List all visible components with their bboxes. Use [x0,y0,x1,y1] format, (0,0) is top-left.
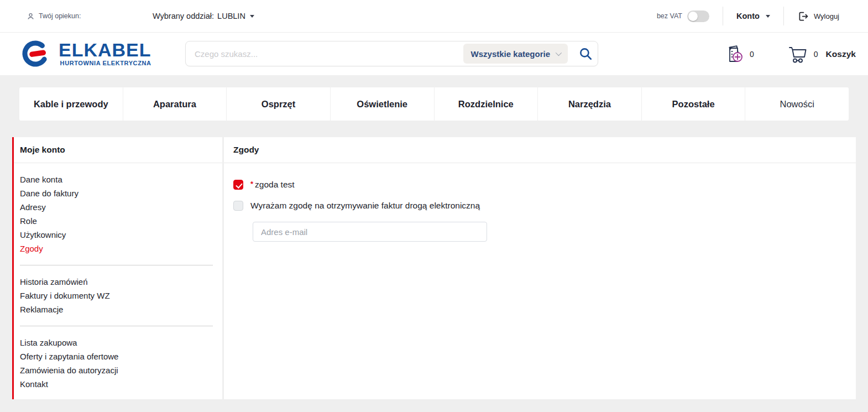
sidebar-list: Dane kontaDane do fakturyAdresyRoleUżytk… [14,163,222,391]
vat-label: bez VAT [657,12,682,20]
search-box: Wszystkie kategorie [185,41,598,66]
nav-item-rozdzielnice[interactable]: Rozdzielnice [434,87,538,121]
nav-wrap: Kable i przewodyAparaturaOsprzętOświetle… [0,75,868,121]
nav-item-narz-dzia[interactable]: Narzędzia [537,87,641,121]
logout-button[interactable]: Wyloguj [784,11,839,22]
consent-checkbox-checked[interactable] [233,180,243,190]
toggle-knob [688,12,698,21]
account-sidebar: Moje konto Dane kontaDane do fakturyAdre… [12,137,222,399]
consents-list: *zgoda testWyrażam zgodę na otrzymywanie… [233,180,856,211]
nav-item-osprz-t[interactable]: Osprzęt [226,87,330,121]
consent-row: Wyrażam zgodę na otrzymywanie faktur dro… [233,201,856,211]
category-dropdown-label: Wszystkie kategorie [471,49,550,59]
sidebar-title: Moje konto [14,137,222,163]
consents-body: *zgoda testWyrażam zgodę na otrzymywanie… [224,163,856,242]
sidebar-item-faktury-i-dokumenty-wz[interactable]: Faktury i dokumenty WZ [20,289,215,303]
nav-item-nowo-ci[interactable]: Nowości [745,87,849,121]
branch-value: LUBLIN [217,12,245,20]
content-area: Moje konto Dane kontaDane do fakturyAdre… [12,137,856,399]
topbar-actions: bez VAT Konto Wyloguj [644,0,839,32]
search-input[interactable] [186,49,463,59]
consent-checkbox-unchecked[interactable] [233,201,243,211]
sidebar-item-zam-wienia-do-autoryzacji[interactable]: Zamówienia do autoryzacji [20,363,215,377]
sidebar-divider [20,265,213,265]
email-field[interactable] [253,222,487,242]
consent-row: *zgoda test [233,180,856,190]
logout-icon [797,11,809,22]
search-button[interactable] [573,41,598,66]
nav-item-pozosta-e[interactable]: Pozostałe [641,87,745,121]
offers-button[interactable]: 0 [724,43,754,65]
sidebar-item-zgody[interactable]: Zgody [20,242,215,255]
logo-icon [21,39,52,69]
cart-count: 0 [814,50,818,59]
caretaker-label: Twój opiekun: [39,12,81,20]
sidebar-item-lista-zakupowa[interactable]: Lista zakupowa [20,336,215,350]
nav-item-kable-i-przewody[interactable]: Kable i przewody [19,87,123,121]
cart-label: Koszyk [826,49,856,59]
sidebar-item-u-ytkownicy[interactable]: Użytkownicy [20,228,215,242]
vat-toggle[interactable] [687,11,709,22]
nav-item-aparatura[interactable]: Aparatura [123,87,227,121]
top-utility-bar: Twój opiekun: Wybrany oddział: LUBLIN be… [0,0,868,33]
chevron-down-icon [556,50,562,56]
required-marker: * [250,180,253,188]
logout-label: Wyloguj [814,12,839,20]
consent-label: Wyrażam zgodę na otrzymywanie faktur dro… [250,201,480,211]
main-nav: Kable i przewodyAparaturaOsprzętOświetle… [19,87,849,121]
sidebar-item-dane-konta[interactable]: Dane konta [20,173,215,186]
cart-icon [786,43,809,65]
sidebar-item-oferty-i-zapytania-ofertowe[interactable]: Oferty i zapytania ofertowe [20,350,215,363]
nav-item-o-wietlenie[interactable]: Oświetlenie [330,87,434,121]
branch-selector[interactable]: Wybrany oddział: LUBLIN [153,0,254,32]
sidebar-item-reklamacje[interactable]: Reklamacje [20,303,215,316]
consents-panel: Zgody *zgoda testWyrażam zgodę na otrzym… [224,137,856,399]
cart-button[interactable]: 0 Koszyk [786,43,856,65]
chevron-down-icon [766,15,770,18]
page-title: Zgody [224,137,856,163]
logo[interactable]: ELKABEL HURTOWNIA ELEKTRYCZNA [21,39,151,69]
sidebar-divider [20,326,213,326]
sidebar-item-kontakt[interactable]: Kontakt [20,377,215,391]
account-label: Konto [736,12,760,20]
sidebar-item-dane-do-faktury[interactable]: Dane do faktury [20,186,215,200]
logo-text: ELKABEL HURTOWNIA ELEKTRYCZNA [59,40,151,66]
vat-toggle-area: bez VAT [644,11,723,22]
search-icon [578,46,593,61]
person-icon [27,12,35,20]
sidebar-item-role[interactable]: Role [20,214,215,228]
branch-label: Wybrany oddział: [153,12,214,20]
offer-list-icon [724,43,745,65]
logo-subtitle: HURTOWNIA ELEKTRYCZNA [60,60,151,66]
account-menu[interactable]: Konto [723,12,783,20]
offers-count: 0 [750,50,754,59]
caretaker-area: Twój opiekun: [27,0,81,32]
sidebar-item-adresy[interactable]: Adresy [20,200,215,214]
consent-label: *zgoda test [250,180,295,190]
sidebar-item-historia-zam-wie[interactable]: Historia zamówień [20,275,215,289]
header-icons: 0 0 Koszyk [724,33,856,75]
category-dropdown[interactable]: Wszystkie kategorie [463,44,568,64]
site-header: ELKABEL HURTOWNIA ELEKTRYCZNA Wszystkie … [0,33,868,75]
logo-title: ELKABEL [59,40,151,59]
chevron-down-icon [250,15,254,18]
